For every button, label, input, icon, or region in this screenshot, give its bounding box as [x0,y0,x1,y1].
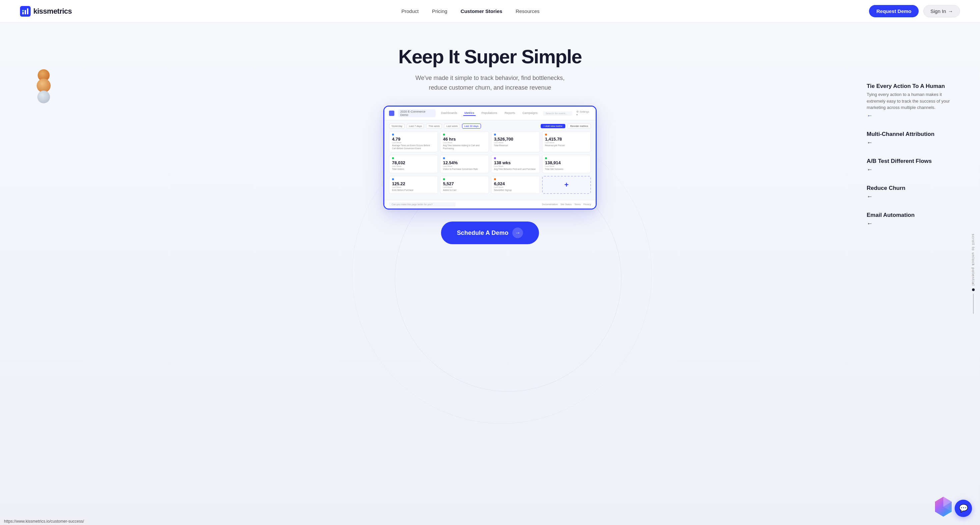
db-metric-value: 46 hrs [443,136,486,141]
db-last-label: Last Week [545,141,588,144]
feature-arrow-reduce-churn: ← [867,193,953,200]
feature-ab-test[interactable]: A/B Test Different Flows ← [867,157,953,173]
db-metric-card[interactable]: 6,024 Last Week Newsletter Signup [491,176,540,194]
db-metric-value: 1,415.78 [545,136,588,141]
db-metric-dot [443,157,445,159]
logo-icon [20,6,31,17]
db-metric-card[interactable]: 125.22 Last Week Exits Before Purchase [389,176,438,194]
db-tab-campaigns[interactable]: Campaigns [521,111,539,116]
db-metric-dot [443,178,445,180]
feature-title-reduce-churn: Reduce Churn [867,184,953,192]
db-footer-privacy[interactable]: Privacy [583,203,591,206]
db-metric-value: 138 wks [494,160,537,165]
db-date-thisweek[interactable]: This week [426,124,442,128]
db-last-label: Last Week [494,141,537,144]
hero-subtitle: We've made it simple to track behavior, … [0,73,980,93]
db-date-lastweek[interactable]: Last week [444,124,460,128]
navbar: kissmetrics Product Pricing Customer Sto… [0,0,980,23]
db-metric-card[interactable]: 138,914 Last Week Total Site Sessions [542,155,591,173]
db-footer-status[interactable]: Site Status [560,203,572,206]
nav-product[interactable]: Product [401,8,418,14]
db-metric-value: 12.54% [443,160,486,165]
schedule-demo-button[interactable]: Schedule A Demo → [441,222,539,244]
db-metric-card[interactable]: 138 wks Last Week Avg Time Between First… [491,155,540,173]
db-footer-links: Documentation Site Status Terms Privacy [542,203,591,206]
hero-subtitle-line2: reduce customer churn, and increase reve… [429,84,551,91]
db-last-label: Last Week [443,165,486,167]
db-metric-card[interactable]: 46 hrs Last Week Avg Time between Adding… [440,131,489,152]
db-add-metric-btn[interactable]: + Add new metric [541,124,565,128]
url-text: https://www.kissmetrics.io/customer-succ… [4,519,84,523]
db-settings[interactable]: ⚙ Settings ▾ [576,110,591,116]
db-metric-label: Total Revenue [494,144,537,147]
cta-wrapper: Schedule A Demo → [0,222,980,244]
db-tab-reports[interactable]: Reports [503,111,517,116]
db-date-yesterday[interactable]: Yesterday [389,124,405,128]
db-tab-populations[interactable]: Populations [480,111,499,116]
db-metric-label: Revenue per Person [545,144,588,147]
db-metric-label: Avg Time Between First and Last Purchase [494,168,537,171]
nav-customer-stories[interactable]: Customer Stories [461,8,502,14]
db-metric-card[interactable]: 5,527 Last Week Added to Cart [440,176,489,194]
request-demo-button[interactable]: Request Demo [869,5,919,17]
hero-subtitle-line1: We've made it simple to track behavior, … [415,75,564,81]
nav-links: Product Pricing Customer Stories Resourc… [401,8,539,14]
db-metric-add-card[interactable]: + [542,176,591,194]
db-metric-dot [443,133,445,136]
db-metric-card[interactable]: 3,526,700 Last Week Total Revenue [491,131,540,152]
chat-button[interactable]: 💬 [955,500,972,517]
feature-arrow-ab-test: ← [867,166,953,173]
db-footer-docs[interactable]: Documentation [542,203,558,206]
logo-link[interactable]: kissmetrics [20,6,72,17]
sign-in-button[interactable]: Sign In → [923,5,960,17]
db-tabs: Dashboards Metrics Populations Reports C… [440,111,539,116]
db-metric-card[interactable]: 12.54% Last Week Visitor to Purchase Con… [440,155,489,173]
db-metric-dot [392,157,394,159]
db-metric-card[interactable]: 1,415.78 Last Week Revenue per Person [542,131,591,152]
nav-pricing[interactable]: Pricing [432,8,447,14]
cta-arrow-icon: → [512,227,523,238]
feature-reduce-churn[interactable]: Reduce Churn ← [867,184,953,200]
main-content: Keep It Super Simple We've made it simpl… [0,23,980,525]
db-metric-label: Visitor to Purchase Conversion Rate [443,168,486,171]
svg-rect-1 [22,12,24,14]
feature-multi-channel[interactable]: Multi-Channel Attribution ← [867,130,953,146]
db-last-label: Last Week [392,186,435,188]
dashboard-inner: 2020 E-Commerce Demo Dashboards Metrics … [384,106,596,209]
db-metric-dot [545,133,547,136]
db-metric-value: 125.22 [392,181,435,186]
db-metric-dot [494,133,496,136]
dashboard-frame: 2020 E-Commerce Demo Dashboards Metrics … [383,106,597,209]
db-metric-value: 4.79 [392,136,435,141]
db-metric-card[interactable]: 4.79 Last Week Average Times an Event Oc… [389,131,438,152]
nav-resources[interactable]: Resources [515,8,540,14]
db-date-last7[interactable]: Last 7 days [407,124,424,128]
db-date-last30[interactable]: Last 30 days [462,124,481,128]
feature-arrow-email-automation: ← [867,220,953,227]
db-metric-label: Added to Cart [443,189,486,192]
db-metric-card[interactable]: 78,032 Last Week Total Visitors [389,155,438,173]
db-metric-value: 6,024 [494,181,537,186]
db-tab-metrics[interactable]: Metrics [463,111,476,116]
db-top-bar: 2020 E-Commerce Demo Dashboards Metrics … [384,106,596,120]
db-reorder-btn[interactable]: Reorder metrics [567,124,591,128]
svg-rect-3 [27,8,28,14]
feature-tie-action[interactable]: Tie Every Action To A Human Tying every … [867,82,953,119]
feature-title-ab-test: A/B Test Different Flows [867,157,953,165]
feature-email-automation[interactable]: Email Automation ← [867,211,953,227]
db-search[interactable]: Search for event... [543,111,573,116]
deco-gem [933,495,953,518]
db-feedback-input[interactable]: Can you make this page better for you? [389,202,456,206]
db-last-label: Last Week [392,165,435,167]
db-last-label: Last Week [443,186,486,188]
db-metrics-row3: 125.22 Last Week Exits Before Purchase 5… [389,176,591,194]
db-tab-dashboards[interactable]: Dashboards [440,111,459,116]
db-footer: Can you make this page better for you? D… [384,200,596,209]
db-demo-dropdown[interactable]: 2020 E-Commerce Demo [398,109,436,117]
db-footer-terms[interactable]: Terms [574,203,581,206]
scroll-indicator: scroll to unlock potential [971,234,975,314]
scroll-line [973,294,974,314]
db-metric-value: 138,914 [545,160,588,165]
cta-label: Schedule A Demo [457,230,509,236]
db-metric-label: Exits Before Purchase [392,189,435,192]
